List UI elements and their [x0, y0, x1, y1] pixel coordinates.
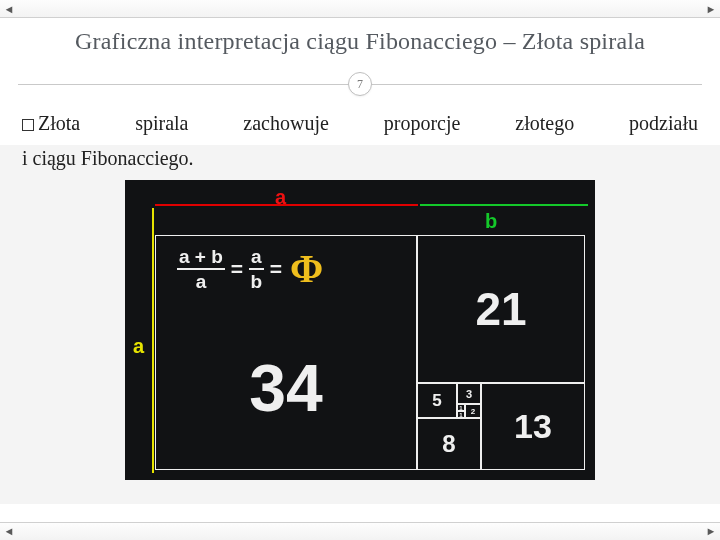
bullet-line-2: i ciągu Fibonacciego.	[22, 145, 698, 170]
nav-next-bottom-icon[interactable]: ►	[704, 524, 718, 538]
square-3: 3	[457, 383, 481, 404]
figure: a b a a + b a = a b = Φ	[125, 180, 595, 480]
slide-number-row: 7	[0, 71, 720, 97]
square-5: 5	[417, 383, 457, 418]
bullet-word-5: złotego	[515, 107, 574, 139]
segment-a-line	[155, 204, 418, 206]
label-a-top: a	[275, 186, 286, 209]
bullet-word-2: spirala	[135, 107, 188, 139]
segment-b-line	[420, 204, 588, 206]
square-34: 34	[155, 235, 417, 470]
square-13: 13	[481, 383, 585, 470]
bullet-word-6: podziału	[629, 107, 698, 139]
square-21: 21	[417, 235, 585, 383]
bullet-word-1: Złota	[38, 112, 80, 134]
slide-number-badge: 7	[348, 72, 372, 96]
slide-title-text: Graficzna interpretacja ciągu Fibonaccie…	[75, 28, 645, 54]
square-34-label: 34	[249, 350, 322, 426]
nav-next-top-icon[interactable]: ►	[704, 2, 718, 16]
top-toolbar	[0, 0, 720, 18]
bullet-word-3: zachowuje	[243, 107, 329, 139]
lower-content: i ciągu Fibonacciego. a b a a + b a = a	[0, 145, 720, 504]
nav-prev-bottom-icon[interactable]: ◄	[2, 524, 16, 538]
square-1b: 1	[457, 411, 465, 418]
square-8: 8	[417, 418, 481, 470]
square-1a: 1	[457, 404, 465, 411]
figure-bg: a b a a + b a = a b = Φ	[125, 180, 595, 480]
bottom-toolbar	[0, 522, 720, 540]
bullet-line-1: Złota spirala zachowuje proporcje złoteg…	[22, 107, 698, 139]
fibonacci-squares: 34 21 13 8 5 3 2 1 1	[155, 235, 585, 470]
bullet-text-start: Złota	[22, 107, 80, 139]
slide-title: Graficzna interpretacja ciągu Fibonaccie…	[0, 28, 720, 55]
bullet-word-4: proporcje	[384, 107, 461, 139]
slide: Graficzna interpretacja ciągu Fibonaccie…	[0, 18, 720, 522]
squares-grid: 34 21 13 8 5 3 2 1 1	[155, 235, 585, 470]
label-b-top: b	[485, 210, 497, 233]
square-2: 2	[465, 404, 481, 418]
bullet-icon	[22, 119, 34, 131]
body-text: Złota spirala zachowuje proporcje złoteg…	[0, 107, 720, 139]
label-a-left: a	[133, 335, 144, 358]
segment-a-vertical-line	[152, 208, 154, 473]
nav-prev-top-icon[interactable]: ◄	[2, 2, 16, 16]
